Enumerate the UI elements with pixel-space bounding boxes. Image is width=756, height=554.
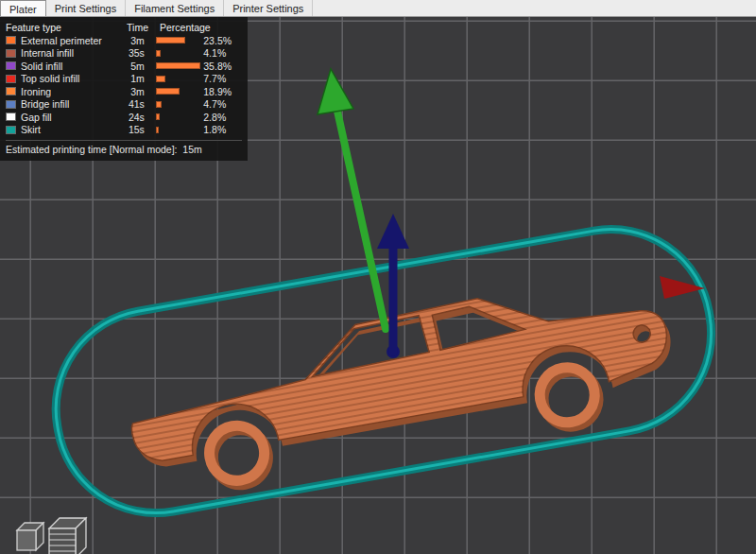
feature-percentage: 1.8%: [203, 124, 242, 135]
legend-row: Ironing3m18.9%: [6, 85, 242, 98]
feature-color-swatch: [6, 36, 16, 44]
feature-time: 24s: [117, 112, 145, 123]
feature-name: Top solid infill: [21, 73, 117, 84]
feature-percentage: 2.8%: [203, 112, 242, 123]
estimated-time-label: Estimated printing time [Normal mode]: 1…: [6, 144, 242, 157]
tab-print-settings[interactable]: Print Settings: [46, 0, 126, 16]
legend-header-feature: Feature type: [6, 22, 120, 33]
feature-percentage: 23.5%: [203, 35, 242, 46]
legend-row: Internal infill35s4.1%: [6, 47, 242, 61]
feature-time: 1m: [117, 73, 145, 84]
legend-header-time: Time: [120, 22, 148, 33]
feature-percentage: 7.7%: [203, 73, 242, 84]
feature-name: Solid infill: [21, 61, 117, 72]
feature-name: Gap fill: [21, 112, 117, 123]
feature-percentage: 4.1%: [203, 47, 242, 59]
feature-percentage: 4.7%: [203, 98, 242, 110]
tab-printer-settings[interactable]: Printer Settings: [224, 0, 313, 16]
feature-color-swatch: [6, 75, 16, 83]
feature-color-swatch: [6, 49, 16, 58]
tab-filament-settings[interactable]: Filament Settings: [126, 0, 224, 16]
legend-header: Feature type Time Percentage: [6, 20, 242, 34]
feature-name: Internal infill: [21, 47, 117, 59]
feature-color-swatch: [6, 100, 16, 109]
percentage-bar: [156, 50, 161, 57]
percentage-bar: [156, 127, 159, 133]
feature-time: 5m: [117, 61, 145, 72]
feature-name: Ironing: [21, 86, 117, 97]
feature-time: 35s: [117, 47, 145, 59]
feature-percentage: 18.9%: [203, 86, 242, 97]
feature-color-swatch: [6, 87, 16, 95]
feature-name: External perimeter: [21, 35, 117, 46]
feature-percentage: 35.8%: [203, 61, 242, 72]
percentage-bar: [156, 62, 200, 69]
tab-bar: PlaterPrint SettingsFilament SettingsPri…: [0, 0, 756, 17]
feature-color-swatch: [6, 113, 16, 121]
legend-header-percentage: Percentage: [160, 22, 211, 33]
legend-row: Solid infill5m35.8%: [6, 60, 242, 73]
legend-divider: [6, 140, 242, 141]
feature-time: 15s: [117, 124, 145, 135]
viewport-3d[interactable]: Feature type Time Percentage External pe…: [0, 17, 756, 554]
feature-color-swatch: [6, 61, 16, 70]
percentage-bar: [156, 37, 185, 43]
legend-row: External perimeter3m23.5%: [6, 34, 242, 47]
legend-rows: External perimeter3m23.5%Internal infill…: [6, 34, 242, 136]
legend-row: Gap fill24s2.8%: [6, 111, 242, 124]
layer-view-icon[interactable]: [49, 518, 86, 554]
percentage-bar: [156, 88, 180, 95]
feature-name: Skirt: [21, 124, 117, 135]
percentage-bar: [156, 101, 162, 108]
legend-row: Top solid infill1m7.7%: [6, 73, 242, 86]
feature-time: 41s: [117, 98, 145, 110]
legend-row: Bridge infill41s4.7%: [6, 98, 242, 112]
feature-time: 3m: [117, 35, 145, 46]
percentage-bar: [156, 76, 165, 82]
tab-plater[interactable]: Plater: [0, 0, 46, 16]
feature-color-swatch: [6, 126, 16, 134]
perspective-view-icon[interactable]: [17, 523, 43, 550]
feature-name: Bridge infill: [21, 98, 117, 110]
percentage-bar: [156, 113, 160, 120]
legend-row: Skirt15s1.8%: [6, 124, 242, 137]
feature-time: 3m: [117, 86, 145, 97]
feature-legend-panel: Feature type Time Percentage External pe…: [0, 17, 248, 161]
